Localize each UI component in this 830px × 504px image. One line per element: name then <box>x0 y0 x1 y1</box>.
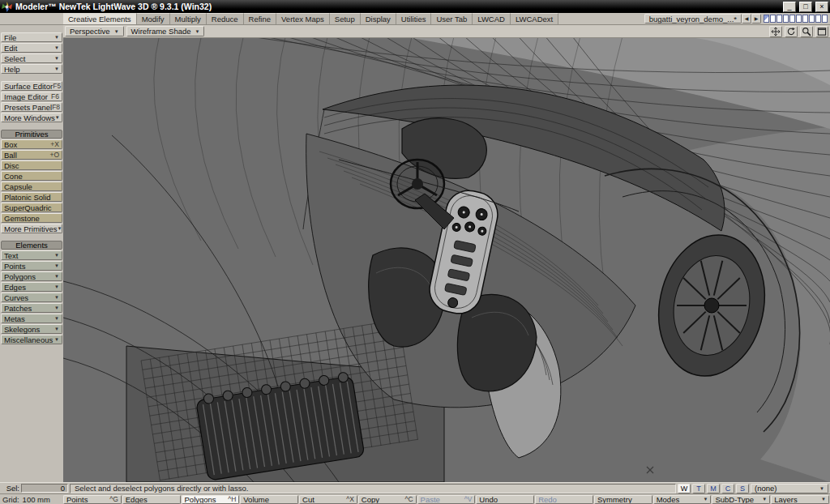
sidebar-item-more-windows[interactable]: More Windows▼ <box>1 113 62 122</box>
chevron-down-icon: ▼ <box>55 115 60 120</box>
vmap-toggle-w[interactable]: W <box>678 484 691 493</box>
sidebar-item-box[interactable]: Box+X <box>1 139 62 149</box>
tab-modify[interactable]: Modify <box>137 13 170 24</box>
primitives-header: Primitives <box>1 130 62 139</box>
chevron-down-icon: ▼ <box>54 316 59 321</box>
sidebar-item-patches[interactable]: Patches▼ <box>1 303 62 313</box>
shade-mode-dropdown[interactable]: Wireframe Shade▼ <box>126 26 205 36</box>
rotate-icon <box>786 27 796 36</box>
toolbar-modes[interactable]: Modes▼ <box>653 495 712 504</box>
tab-fill <box>558 13 644 24</box>
sidebar-menu-file[interactable]: File▼ <box>1 32 62 42</box>
sidebar-item-polygons[interactable]: Polygons▼ <box>1 271 62 281</box>
toolbar-layers[interactable]: Layers▼ <box>771 495 829 504</box>
toolbar-symmetry[interactable]: Symmetry <box>594 495 652 504</box>
window-title: Modeler™ NewTek LightWave 3D ® 9.3.1 (Wi… <box>15 2 780 11</box>
sidebar-menu-select[interactable]: Select▼ <box>1 53 62 63</box>
layer-button[interactable] <box>764 15 769 23</box>
tab-setup[interactable]: Setup <box>330 13 361 24</box>
toolbar-edges[interactable]: Edges <box>122 495 181 504</box>
lightwave-modeler-window: Modeler™ NewTek LightWave 3D ® 9.3.1 (Wi… <box>0 0 830 504</box>
sidebar-item-more-primitives[interactable]: More Primitives▼ <box>1 224 62 233</box>
sidebar-item-disc[interactable]: Disc <box>1 160 62 170</box>
prev-document-button[interactable]: ◀ <box>742 14 751 23</box>
layer-button[interactable] <box>777 15 782 23</box>
tab-lwcad[interactable]: LWCAD <box>473 13 511 24</box>
sidebar-item-metas[interactable]: Metas▼ <box>1 314 62 323</box>
sidebar-menu-edit[interactable]: Edit▼ <box>1 43 62 53</box>
vmap-toggle-m[interactable]: M <box>707 484 720 493</box>
vmap-toggle-c[interactable]: C <box>721 484 734 493</box>
sidebar-item-points[interactable]: Points▼ <box>1 261 62 271</box>
sidebar-item-gemstone[interactable]: Gemstone <box>1 213 62 223</box>
layer-button[interactable] <box>822 15 828 23</box>
layer-button[interactable] <box>783 15 789 23</box>
sidebar-item-presets-panel[interactable]: Presets PanelF8 <box>1 102 62 112</box>
layer-strip <box>761 13 830 24</box>
minimize-button[interactable]: _ <box>783 2 796 12</box>
document-selector[interactable]: bugatti_veyron_demo_...* <box>644 14 742 23</box>
wireframe-car-model <box>63 38 830 482</box>
tab-refine[interactable]: Refine <box>244 13 276 24</box>
layer-button[interactable] <box>809 15 815 23</box>
maximize-viewport-button[interactable] <box>815 26 828 37</box>
sidebar-item-capsule[interactable]: Capsule <box>1 182 62 191</box>
vmap-selector[interactable]: (none)▼ <box>751 484 828 493</box>
tab-multiply[interactable]: Multiply <box>170 13 207 24</box>
sidebar-item-ball[interactable]: Ball+O <box>1 150 62 160</box>
tab-creative-elements[interactable]: Creative Elements <box>63 13 137 24</box>
sidebar-menu-help[interactable]: Help▼ <box>1 64 62 74</box>
viewport-canvas[interactable] <box>63 38 830 482</box>
chevron-down-icon: ▼ <box>819 486 824 491</box>
toolbar-undo[interactable]: Undo <box>476 495 534 504</box>
sidebar-item-text[interactable]: Text▼ <box>1 250 62 260</box>
lightwave-logo-icon <box>2 2 12 12</box>
next-document-button[interactable]: ▶ <box>751 14 761 23</box>
tab-display[interactable]: Display <box>361 13 396 24</box>
chevron-down-icon: ▼ <box>703 497 708 502</box>
viewport-header: Perspective▼ Wireframe Shade▼ <box>63 25 830 38</box>
sidebar-item-superquadric[interactable]: SuperQuadric <box>1 203 62 212</box>
tab-reduce[interactable]: Reduce <box>207 13 244 24</box>
tab-utilities[interactable]: Utilities <box>396 13 432 24</box>
sidebar-item-surface-editor[interactable]: Surface EditorF5 <box>1 81 62 91</box>
sidebar-item-miscellaneous[interactable]: Miscellaneous▼ <box>1 335 62 344</box>
vmap-toggle-t[interactable]: T <box>692 484 705 493</box>
chevron-down-icon: ▼ <box>54 305 59 310</box>
toolbar-subd-type[interactable]: SubD-Type▼ <box>712 495 770 504</box>
vmap-toggle-s[interactable]: S <box>736 484 749 493</box>
chevron-down-icon: ▼ <box>54 45 59 50</box>
rotate-viewport-button[interactable] <box>785 26 798 37</box>
sidebar-item-platonic-solid[interactable]: Platonic Solid <box>1 192 62 202</box>
chevron-down-icon: ▼ <box>762 497 767 502</box>
pan-viewport-button[interactable] <box>769 26 782 37</box>
sidebar-item-edges[interactable]: Edges▼ <box>1 282 62 292</box>
close-button[interactable]: × <box>815 2 828 12</box>
sidebar-item-cone[interactable]: Cone <box>1 171 62 181</box>
sidebar-item-curves[interactable]: Curves▼ <box>1 293 62 302</box>
maximize-icon <box>817 27 827 36</box>
tab-lwcadext[interactable]: LWCADext <box>511 13 558 24</box>
maximize-button[interactable]: □ <box>799 2 812 12</box>
zoom-viewport-button[interactable] <box>800 26 813 37</box>
chevron-down-icon: ▼ <box>54 284 59 289</box>
toolbar-cut[interactable]: Cut^X <box>299 495 357 504</box>
toolbar-polygons[interactable]: Polygons^H <box>182 495 240 504</box>
sidebar-item-image-editor[interactable]: Image EditorF6 <box>1 92 62 101</box>
tab-vertex-maps[interactable]: Vertex Maps <box>276 13 330 24</box>
toolbar-volume[interactable]: Volume <box>240 495 298 504</box>
layer-button[interactable] <box>802 15 808 23</box>
chevron-down-icon: ▼ <box>54 295 59 300</box>
viewport-column: Perspective▼ Wireframe Shade▼ <box>63 25 830 482</box>
toolbar-copy[interactable]: Copy^C <box>358 495 417 504</box>
sidebar-item-skelegons[interactable]: Skelegons▼ <box>1 324 62 334</box>
chevron-down-icon: ▼ <box>54 263 59 268</box>
title-bar: Modeler™ NewTek LightWave 3D ® 9.3.1 (Wi… <box>0 0 830 13</box>
view-mode-dropdown[interactable]: Perspective▼ <box>65 26 124 36</box>
layer-button[interactable] <box>770 15 776 23</box>
toolbar-points[interactable]: Points^G <box>63 495 122 504</box>
tab-user-tab[interactable]: User Tab <box>431 13 473 24</box>
layer-button[interactable] <box>815 15 821 23</box>
layer-button[interactable] <box>789 15 795 23</box>
layer-button[interactable] <box>796 15 802 23</box>
